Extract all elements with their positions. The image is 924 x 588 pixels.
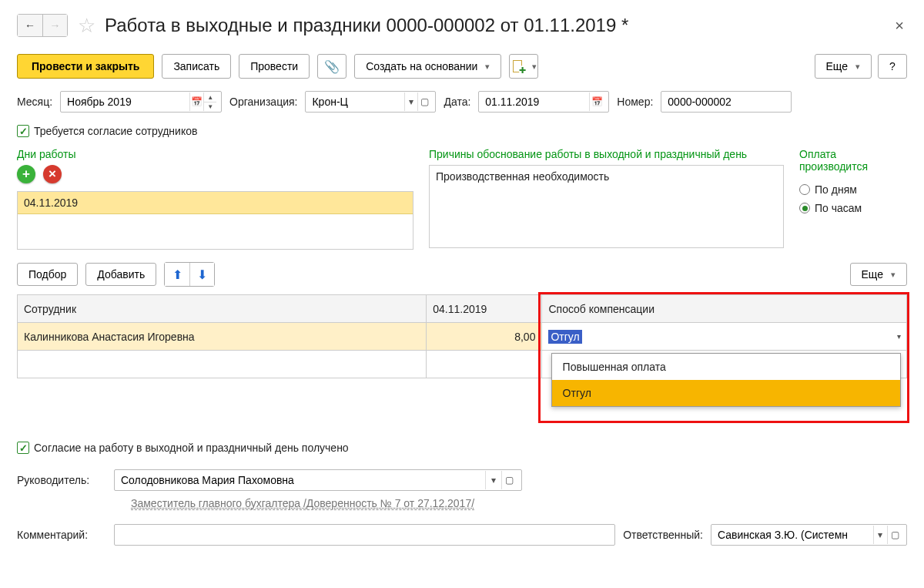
table-more-button[interactable]: Еще: [850, 263, 908, 286]
nav-buttons: ← →: [17, 14, 68, 37]
day-row[interactable]: 04.11.2019: [18, 192, 413, 214]
remove-day-button[interactable]: ×: [43, 165, 62, 183]
arrow-left-icon: ←: [25, 19, 35, 32]
stepper-down-icon[interactable]: ▼: [204, 102, 216, 111]
consent-received-label: Согласие на работу в выходной и празднич…: [34, 442, 349, 454]
month-stepper[interactable]: ▲ ▼: [203, 92, 216, 111]
manager-input[interactable]: ▾ ▢: [114, 469, 522, 491]
open-icon[interactable]: ▢: [887, 526, 902, 544]
cell-compensation[interactable]: Отгул ▾: [542, 323, 907, 351]
manager-field[interactable]: [119, 473, 485, 487]
nav-forward-button[interactable]: →: [42, 15, 67, 36]
close-button[interactable]: ×: [892, 17, 907, 35]
col-compensation[interactable]: Способ компенсации: [542, 295, 907, 323]
create-based-on-button[interactable]: Создать на основании: [354, 54, 501, 79]
arrow-up-icon: ⬆: [172, 267, 182, 282]
stepper-up-icon[interactable]: ▲: [204, 92, 216, 102]
save-button[interactable]: Записать: [162, 54, 231, 79]
date-label: Дата:: [444, 96, 470, 108]
run-and-close-button[interactable]: Провести и закрыть: [17, 54, 154, 79]
number-input[interactable]: [661, 91, 792, 113]
comment-label: Комментарий:: [17, 529, 106, 541]
calendar-icon[interactable]: 📅: [589, 92, 604, 111]
consent-received-checkbox[interactable]: ✓: [17, 442, 29, 454]
attachment-button[interactable]: 📎: [317, 54, 346, 79]
dropdown-option-dayoff[interactable]: Отгул: [552, 380, 900, 406]
open-icon[interactable]: ▢: [417, 92, 430, 111]
responsible-field[interactable]: [716, 528, 873, 542]
table-row[interactable]: Калинникова Анастасия Игоревна 8,00 Отгу…: [18, 323, 907, 351]
nav-back-button[interactable]: ←: [18, 15, 42, 36]
page-title: Работа в выходные и праздники 0000-00000…: [105, 15, 628, 36]
run-button[interactable]: Провести: [239, 54, 310, 79]
dropdown-option-increased-pay[interactable]: Повышенная оплата: [552, 354, 900, 380]
paperclip-icon: 📎: [324, 59, 340, 74]
dropdown-icon[interactable]: ▾: [485, 471, 500, 489]
days-list[interactable]: 04.11.2019: [17, 191, 413, 250]
manager-proxy-link[interactable]: Заместитель главного бухгалтера /Доверен…: [131, 497, 474, 510]
date-input[interactable]: 📅: [478, 91, 609, 113]
consent-required-checkbox[interactable]: ✓: [17, 125, 29, 137]
reason-section-title: Причины обоснование работы в выходной и …: [429, 148, 784, 160]
cell-dropdown-button[interactable]: ▾: [892, 324, 906, 349]
arrow-right-icon: →: [50, 19, 61, 32]
document-new-dropdown[interactable]: [509, 54, 538, 79]
arrow-down-icon: ⬇: [197, 267, 207, 282]
date-field[interactable]: [484, 95, 589, 109]
pay-by-hours-radio[interactable]: По часам: [799, 202, 907, 214]
dropdown-icon[interactable]: ▾: [404, 92, 417, 111]
days-section-title: Дни работы: [17, 148, 413, 160]
month-label: Месяц:: [17, 96, 52, 108]
responsible-input[interactable]: ▾ ▢: [711, 524, 907, 546]
radio-icon: [799, 184, 810, 195]
favorite-star-icon[interactable]: ☆: [75, 15, 97, 36]
month-input[interactable]: 📅 ▲ ▼: [60, 91, 222, 113]
move-down-button[interactable]: ⬇: [189, 263, 214, 286]
open-icon[interactable]: ▢: [501, 471, 517, 489]
pay-by-days-radio[interactable]: По дням: [799, 183, 907, 196]
col-employee[interactable]: Сотрудник: [18, 295, 427, 323]
manager-label: Руководитель:: [17, 474, 106, 486]
document-new-icon: [511, 59, 524, 73]
comment-field[interactable]: [119, 528, 610, 542]
cell-hours[interactable]: 8,00: [427, 323, 542, 351]
org-field[interactable]: [310, 95, 404, 109]
pick-button[interactable]: Подбор: [17, 263, 78, 286]
add-row-button[interactable]: Добавить: [85, 263, 156, 286]
col-date[interactable]: 04.11.2019: [427, 295, 542, 323]
cell-employee[interactable]: Калинникова Анастасия Игоревна: [18, 323, 427, 351]
add-day-button[interactable]: +: [17, 165, 35, 183]
org-input[interactable]: ▾ ▢: [305, 91, 436, 113]
radio-checked-icon: [799, 203, 810, 213]
cell-compensation-value: Отгул: [548, 330, 581, 344]
more-button[interactable]: Еще: [815, 54, 872, 79]
move-up-button[interactable]: ⬆: [165, 263, 189, 286]
help-button[interactable]: ?: [878, 54, 907, 79]
org-label: Организация:: [229, 96, 297, 108]
payment-section-title: Оплата производится: [799, 148, 907, 173]
comment-input[interactable]: [114, 524, 615, 546]
consent-required-label: Требуется согласие сотрудников: [34, 125, 197, 137]
compensation-dropdown[interactable]: Повышенная оплата Отгул: [551, 353, 901, 407]
number-field[interactable]: [666, 95, 786, 109]
reason-textarea[interactable]: Производственная необходимость: [429, 165, 784, 248]
calendar-icon[interactable]: 📅: [189, 92, 203, 111]
responsible-label: Ответственный:: [623, 529, 703, 541]
month-field[interactable]: [65, 95, 189, 109]
number-label: Номер:: [617, 96, 653, 108]
dropdown-icon[interactable]: ▾: [873, 526, 888, 544]
